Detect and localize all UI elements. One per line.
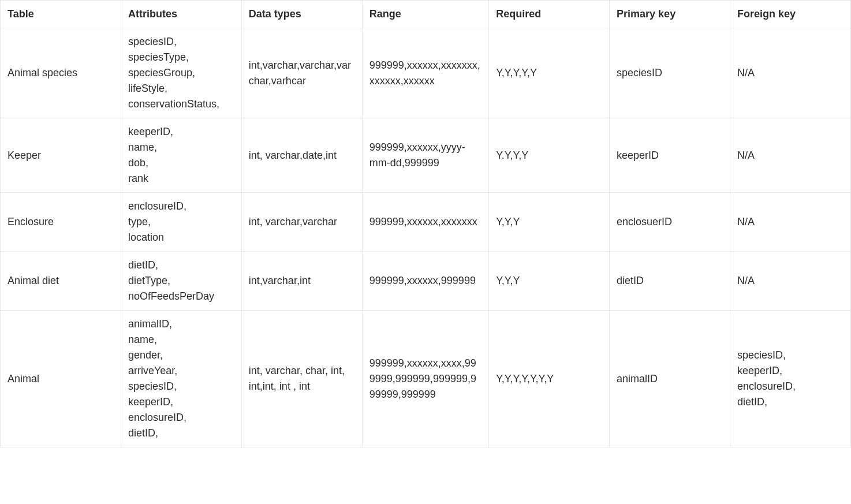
foreign-key-item: speciesID, bbox=[737, 348, 843, 363]
table-row: Animal dietdietID,dietType,noOfFeedsPerD… bbox=[1, 252, 851, 311]
attribute-item: speciesType, bbox=[128, 50, 234, 65]
cell-range: 999999,xxxxxx,999999 bbox=[362, 252, 488, 311]
cell-data-types: int,varchar,int bbox=[241, 252, 362, 311]
attribute-item: keeperID, bbox=[128, 394, 234, 410]
table-row: EnclosureenclosureID,type,locationint, v… bbox=[1, 193, 851, 252]
cell-range: 999999,xxxxxx,xxxxxxx,xxxxxx,xxxxxx bbox=[362, 28, 488, 118]
attribute-item: enclosureID, bbox=[128, 410, 234, 425]
attribute-item: keeperID, bbox=[128, 124, 234, 140]
attribute-item: name, bbox=[128, 332, 234, 348]
attribute-item: dietType, bbox=[128, 273, 234, 289]
header-data-types: Data types bbox=[241, 1, 362, 28]
cell-primary-key: keeperID bbox=[610, 118, 730, 193]
attribute-item: speciesID, bbox=[128, 379, 234, 394]
attribute-item: type, bbox=[128, 214, 234, 230]
attribute-item: arriveYear, bbox=[128, 363, 234, 379]
cell-attributes: dietID,dietType,noOfFeedsPerDay bbox=[121, 252, 241, 311]
attribute-item: enclosureID, bbox=[128, 199, 234, 214]
cell-required: Y.Y,Y,Y bbox=[489, 118, 610, 193]
table-body: Animal speciesspeciesID,speciesType,spec… bbox=[1, 28, 851, 447]
attribute-item: animalID, bbox=[128, 316, 234, 332]
cell-foreign-key: N/A bbox=[730, 193, 850, 252]
cell-table: Keeper bbox=[1, 118, 121, 193]
header-foreign-key: Foreign key bbox=[730, 1, 850, 28]
cell-primary-key: enclosuerID bbox=[610, 193, 730, 252]
cell-range: 999999,xxxxxx,xxxx,999999,999999,999999,… bbox=[362, 311, 488, 447]
attribute-item: conservationStatus, bbox=[128, 96, 234, 112]
cell-attributes: animalID,name,gender,arriveYear,speciesI… bbox=[121, 311, 241, 447]
cell-table: Animal bbox=[1, 311, 121, 447]
attribute-item: location bbox=[128, 230, 234, 245]
cell-required: Y,Y,Y bbox=[489, 193, 610, 252]
cell-attributes: keeperID,name,dob,rank bbox=[121, 118, 241, 193]
cell-table: Animal diet bbox=[1, 252, 121, 311]
attribute-item: dietID, bbox=[128, 257, 234, 273]
attribute-item: gender, bbox=[128, 348, 234, 363]
cell-data-types: int, varchar,varchar bbox=[241, 193, 362, 252]
cell-attributes: enclosureID,type,location bbox=[121, 193, 241, 252]
table-row: KeeperkeeperID,name,dob,rankint, varchar… bbox=[1, 118, 851, 193]
cell-range: 999999,xxxxxx,xxxxxxx bbox=[362, 193, 488, 252]
foreign-key-item: keeperID, bbox=[737, 363, 843, 379]
cell-required: Y,Y,Y bbox=[489, 252, 610, 311]
cell-table: Enclosure bbox=[1, 193, 121, 252]
schema-table: Table Attributes Data types Range Requir… bbox=[0, 0, 851, 447]
cell-data-types: int,varchar,varchar,varchar,varhcar bbox=[241, 28, 362, 118]
cell-attributes: speciesID,speciesType,speciesGroup,lifeS… bbox=[121, 28, 241, 118]
attribute-item: name, bbox=[128, 140, 234, 155]
attribute-item: speciesID, bbox=[128, 34, 234, 50]
cell-foreign-key: N/A bbox=[730, 28, 850, 118]
attribute-item: noOfFeedsPerDay bbox=[128, 289, 234, 304]
cell-required: Y,Y,Y,Y,Y,Y,Y bbox=[489, 311, 610, 447]
cell-table: Animal species bbox=[1, 28, 121, 118]
attribute-item: lifeStyle, bbox=[128, 81, 234, 96]
header-table: Table bbox=[1, 1, 121, 28]
attribute-item: rank bbox=[128, 171, 234, 186]
cell-required: Y,Y,Y,Y,Y bbox=[489, 28, 610, 118]
cell-data-types: int, varchar,date,int bbox=[241, 118, 362, 193]
attribute-item: speciesGroup, bbox=[128, 65, 234, 81]
header-range: Range bbox=[362, 1, 488, 28]
cell-data-types: int, varchar, char, int, int,int, int , … bbox=[241, 311, 362, 447]
table-row: Animal speciesspeciesID,speciesType,spec… bbox=[1, 28, 851, 118]
cell-range: 999999,xxxxxx,yyyy-mm-dd,999999 bbox=[362, 118, 488, 193]
header-row: Table Attributes Data types Range Requir… bbox=[1, 1, 851, 28]
attribute-item: dob, bbox=[128, 155, 234, 171]
cell-primary-key: dietID bbox=[610, 252, 730, 311]
cell-primary-key: speciesID bbox=[610, 28, 730, 118]
header-attributes: Attributes bbox=[121, 1, 241, 28]
cell-primary-key: animalID bbox=[610, 311, 730, 447]
attribute-item: dietID, bbox=[128, 425, 234, 441]
header-required: Required bbox=[489, 1, 610, 28]
foreign-key-item: enclosureID, bbox=[737, 379, 843, 394]
cell-foreign-key: speciesID,keeperID,enclosureID,dietID, bbox=[730, 311, 850, 447]
header-primary-key: Primary key bbox=[610, 1, 730, 28]
cell-foreign-key: N/A bbox=[730, 252, 850, 311]
cell-foreign-key: N/A bbox=[730, 118, 850, 193]
table-row: AnimalanimalID,name,gender,arriveYear,sp… bbox=[1, 311, 851, 447]
foreign-key-item: dietID, bbox=[737, 394, 843, 410]
